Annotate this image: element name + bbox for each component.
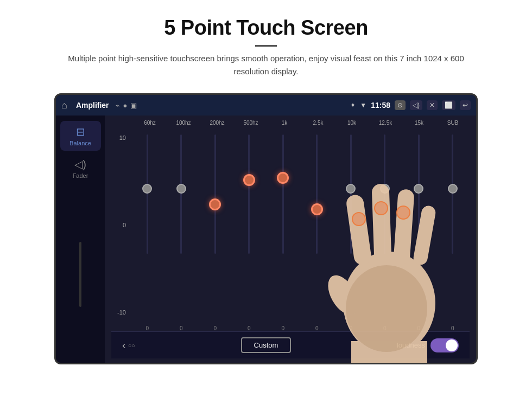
sidebar: ⊟ Balance ◁) Fader	[56, 116, 105, 363]
slider-thumb-500hz[interactable]	[243, 174, 255, 186]
sidebar-vertical-slider[interactable]	[79, 242, 81, 307]
back-chevron-icon: ‹	[122, 339, 126, 351]
bottom-bar: ‹ ○○ Custom loudness	[111, 331, 470, 358]
back-icon-btn[interactable]: ↩	[460, 100, 471, 110]
slider-line-200hz	[214, 134, 216, 254]
eq-values-row: 0000000000	[111, 323, 470, 331]
camera-icon-btn[interactable]: ⊙	[395, 100, 406, 110]
slider-value-12.5k: 0	[374, 325, 396, 331]
eq-slider-SUB	[442, 129, 464, 321]
status-icons: ⌁ ● ▣	[116, 101, 137, 110]
slider-line-1k	[282, 134, 284, 254]
dot-icon: ●	[123, 101, 128, 110]
eq-label-200hz: 200hz	[205, 120, 230, 126]
eq-label-12k5: 12.5k	[373, 120, 398, 126]
slider-line-2.5k	[316, 134, 318, 254]
slider-line-15k	[418, 134, 420, 254]
slider-value-1k: 0	[272, 325, 294, 331]
slider-thumb-12.5k[interactable]	[380, 184, 390, 194]
slider-value-60hz: 0	[136, 325, 158, 331]
eq-area: 60hz 100hz 200hz 500hz 1k 2.5k 10k 12.5k…	[105, 116, 476, 363]
slider-line-60hz	[147, 134, 148, 254]
slider-thumb-10k[interactable]	[346, 184, 356, 194]
eq-slider-15k	[408, 129, 429, 321]
eq-slider-200hz	[204, 129, 226, 321]
sidebar-slider-area	[79, 186, 81, 363]
slider-thumb-2.5k[interactable]	[311, 203, 323, 215]
scale-10: 10	[119, 134, 126, 141]
slider-line-10k	[350, 134, 352, 254]
wifi-icon: ▼	[360, 101, 366, 109]
eq-slider-12.5k	[374, 129, 396, 321]
status-time: 11:58	[371, 101, 390, 110]
slider-value-2.5k: 0	[306, 325, 328, 331]
slider-thumb-15k[interactable]	[414, 184, 423, 194]
slider-value-100hz: 0	[170, 325, 192, 331]
page-subtitle: Multiple point high-sensitive touchscree…	[54, 52, 478, 78]
page-title: 5 Point Touch Screen	[54, 16, 478, 40]
eq-label-15k: 15k	[407, 120, 432, 126]
slider-value-SUB: 0	[442, 325, 464, 331]
status-bar: ⌂ Amplifier ⌁ ● ▣ ✦ ▼ 11:58 ⊙ ◁) ✕ ⬜ ↩	[56, 95, 476, 116]
eq-slider-10k	[340, 129, 362, 321]
slider-line-SUB	[452, 134, 453, 254]
loudness-area: loudness	[397, 338, 459, 352]
eq-sliders	[130, 129, 470, 321]
eq-label-sub: SUB	[441, 120, 465, 126]
window-icon-btn[interactable]: ⬜	[442, 100, 455, 110]
title-section: 5 Point Touch Screen Multiple point high…	[54, 16, 478, 78]
main-area: ⊟ Balance ◁) Fader 60hz 100hz 200hz	[56, 116, 476, 363]
balance-label: Balance	[69, 140, 91, 146]
slider-value-10k: 0	[340, 325, 362, 331]
toggle-knob	[446, 339, 458, 351]
eq-main: 10 0 -10	[111, 129, 470, 321]
eq-scale: 10 0 -10	[111, 129, 130, 321]
loudness-label: loudness	[397, 341, 425, 349]
loudness-toggle[interactable]	[430, 338, 459, 352]
eq-label-1k: 1k	[273, 120, 297, 126]
usb-icon: ⌁	[116, 101, 120, 110]
image-icon: ▣	[130, 101, 137, 110]
sidebar-balance[interactable]: ⊟ Balance	[60, 121, 101, 151]
sidebar-fader[interactable]: ◁) Fader	[60, 153, 101, 183]
bottom-back-btn[interactable]: ‹ ○○	[122, 339, 135, 351]
slider-value-15k: 0	[408, 325, 429, 331]
device-frame: ⌂ Amplifier ⌁ ● ▣ ✦ ▼ 11:58 ⊙ ◁) ✕ ⬜ ↩	[54, 93, 478, 364]
status-right: ✦ ▼ 11:58 ⊙ ◁) ✕ ⬜ ↩	[350, 100, 471, 110]
eq-label-10k: 10k	[340, 120, 364, 126]
eq-label-2k5: 2.5k	[306, 120, 331, 126]
eq-slider-500hz	[238, 129, 260, 321]
eq-label-500hz: 500hz	[239, 120, 263, 126]
slider-value-500hz: 0	[238, 325, 260, 331]
slider-thumb-200hz[interactable]	[209, 198, 221, 210]
scale-neg10: -10	[117, 309, 126, 316]
slider-thumb-60hz[interactable]	[142, 184, 152, 194]
bluetooth-icon: ✦	[350, 101, 356, 109]
slider-line-100hz	[180, 134, 182, 254]
home-icon[interactable]: ⌂	[61, 100, 67, 111]
eq-label-60hz: 60hz	[138, 120, 162, 126]
title-divider	[255, 45, 277, 47]
eq-slider-100hz	[170, 129, 192, 321]
slider-value-200hz: 0	[204, 325, 226, 331]
app-title: Amplifier	[76, 101, 109, 110]
eq-slider-60hz	[136, 129, 158, 321]
balance-icon: ⊟	[76, 125, 85, 138]
page-container: 5 Point Touch Screen Multiple point high…	[0, 0, 532, 364]
volume-icon-btn[interactable]: ◁)	[410, 100, 422, 110]
slider-thumb-1k[interactable]	[277, 172, 289, 184]
eq-slider-1k	[272, 129, 294, 321]
slider-line-12.5k	[384, 134, 385, 254]
eq-slider-2.5k	[306, 129, 328, 321]
slider-thumb-100hz[interactable]	[176, 184, 186, 194]
slider-thumb-SUB[interactable]	[448, 184, 458, 194]
bottom-dots: ○○	[128, 342, 135, 349]
fader-label: Fader	[73, 172, 88, 179]
slider-line-500hz	[248, 134, 250, 254]
eq-label-100hz: 100hz	[172, 120, 196, 126]
eq-labels: 60hz 100hz 200hz 500hz 1k 2.5k 10k 12.5k…	[111, 120, 470, 126]
fader-icon: ◁)	[74, 158, 86, 171]
scale-0: 0	[123, 222, 126, 228]
close-icon-btn[interactable]: ✕	[427, 100, 438, 110]
custom-button[interactable]: Custom	[241, 337, 292, 353]
